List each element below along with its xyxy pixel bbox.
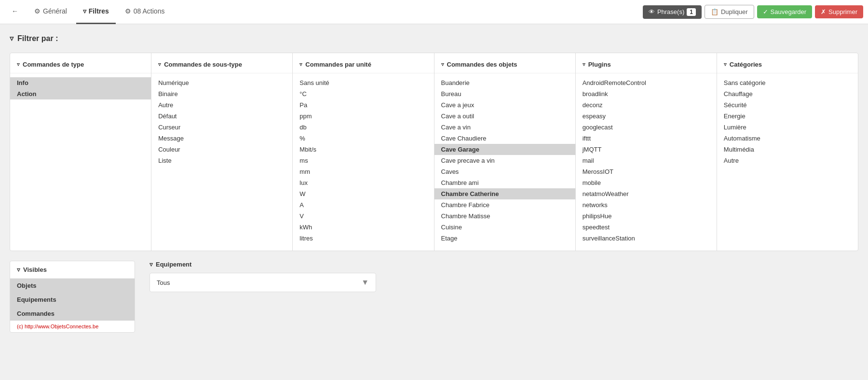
list-item[interactable]: db xyxy=(293,122,434,133)
list-item[interactable]: ppm xyxy=(293,111,434,122)
list-item[interactable]: Binaire xyxy=(151,88,292,99)
list-item[interactable]: MerossIOT xyxy=(576,166,717,177)
list-item[interactable]: Cuisine xyxy=(434,222,575,233)
general-tab[interactable]: ⚙ Général xyxy=(27,0,74,24)
equipement-section: ▿ Equipement Tous ▼ xyxy=(149,261,858,292)
list-item[interactable]: Info xyxy=(10,77,151,88)
filter-list-unite: Sans unité°CPappmdb%Mbit/smsmmluxWAVkWhl… xyxy=(293,75,434,246)
list-item[interactable]: Automatisme xyxy=(717,133,858,144)
list-item[interactable]: Cave a outil xyxy=(434,111,575,122)
dupliquer-button[interactable]: 📋 Dupliquer xyxy=(705,5,754,19)
filter-col-header-categories: ▿Catégories xyxy=(717,58,858,73)
list-item[interactable]: Objets xyxy=(10,279,135,293)
list-item[interactable]: Buanderie xyxy=(434,77,575,88)
list-item[interactable]: Equipements xyxy=(10,293,135,307)
list-item[interactable]: Cave a jeux xyxy=(434,99,575,111)
list-item[interactable]: Chambre ami xyxy=(434,177,575,188)
list-item[interactable]: Commandes xyxy=(10,307,135,321)
list-item[interactable]: W xyxy=(293,188,434,199)
list-item[interactable]: Chambre Matisse xyxy=(434,211,575,222)
list-item[interactable]: Lumière xyxy=(717,122,858,133)
back-button[interactable]: ← xyxy=(5,0,25,24)
list-item[interactable]: Etage xyxy=(434,233,575,244)
eye-icon: 👁 xyxy=(649,8,655,15)
supprimer-button[interactable]: ✗ Supprimer xyxy=(815,5,863,18)
list-item[interactable]: Chambre Fabrice xyxy=(434,199,575,211)
list-item[interactable]: Action xyxy=(10,88,151,99)
filter-col-header-unite: ▿Commandes par unité xyxy=(293,58,434,73)
filter-col-title-plugins: Plugins xyxy=(588,61,611,68)
list-item[interactable]: mail xyxy=(576,155,717,166)
phrases-button[interactable]: 👁 Phrase(s) 1 xyxy=(643,5,702,19)
list-item[interactable]: Numérique xyxy=(151,77,292,88)
filter-icon-unite: ▿ xyxy=(299,61,302,68)
list-item[interactable]: Multimédia xyxy=(717,144,858,155)
filtres-tab[interactable]: ▿ Filtres xyxy=(76,0,116,24)
list-item[interactable]: mobile xyxy=(576,177,717,188)
list-item[interactable]: A xyxy=(293,199,434,211)
filter-col-type: ▿Commandes de typeInfoAction xyxy=(10,53,151,251)
list-item[interactable]: kWh xyxy=(293,222,434,233)
list-item[interactable]: AndroidRemoteControl xyxy=(576,77,717,88)
filter-icon-categories: ▿ xyxy=(724,61,727,68)
list-item[interactable]: ms xyxy=(293,155,434,166)
phrases-label: Phrase(s) xyxy=(657,8,684,15)
list-item[interactable]: Chauffage xyxy=(717,88,858,99)
list-item[interactable]: % xyxy=(293,133,434,144)
list-item[interactable]: Autre xyxy=(151,99,292,111)
list-item[interactable]: speedtest xyxy=(576,222,717,233)
visibles-label: Visibles xyxy=(23,266,47,273)
list-item[interactable]: philipsHue xyxy=(576,211,717,222)
list-item[interactable]: litres xyxy=(293,233,434,244)
list-item[interactable]: lux xyxy=(293,177,434,188)
sauvegarder-button[interactable]: ✓ Sauvegarder xyxy=(757,5,812,18)
list-item[interactable]: Sécurité xyxy=(717,99,858,111)
list-item[interactable]: Pa xyxy=(293,99,434,111)
filter-col-header-sous_type: ▿Commandes de sous-type xyxy=(151,58,292,73)
list-item[interactable]: surveillanceStation xyxy=(576,233,717,244)
list-item[interactable]: Cave Garage xyxy=(434,144,575,155)
actions-tab[interactable]: ⚙ 08 Actions xyxy=(118,0,172,24)
filters-grid: ▿Commandes de typeInfoAction▿Commandes d… xyxy=(10,53,858,251)
list-item[interactable]: jMQTT xyxy=(576,144,717,155)
list-item[interactable]: Caves xyxy=(434,166,575,177)
list-item[interactable]: Energie xyxy=(717,111,858,122)
list-item[interactable]: deconz xyxy=(576,99,717,111)
sauvegarder-icon: ✓ xyxy=(763,8,768,15)
filter-col-title-objets: Commandes des objets xyxy=(447,61,517,68)
list-item[interactable]: Mbit/s xyxy=(293,144,434,155)
visibles-header: ▿ Visibles xyxy=(10,261,135,279)
list-item[interactable]: netatmoWeather xyxy=(576,188,717,199)
list-item[interactable]: Liste xyxy=(151,155,292,166)
general-icon: ⚙ xyxy=(34,7,41,15)
list-item[interactable]: networks xyxy=(576,199,717,211)
actions-label: 08 Actions xyxy=(134,7,165,15)
list-item[interactable]: mm xyxy=(293,166,434,177)
list-item[interactable]: °C xyxy=(293,88,434,99)
list-item[interactable]: Chambre Catherine xyxy=(434,188,575,199)
list-item[interactable]: Sans unité xyxy=(293,77,434,88)
filter-col-title-sous_type: Commandes de sous-type xyxy=(164,61,242,68)
filter-icon-type: ▿ xyxy=(17,61,20,68)
list-item[interactable]: Cave precave a vin xyxy=(434,155,575,166)
list-item[interactable]: Couleur xyxy=(151,144,292,155)
equipement-select[interactable]: Tous ▼ xyxy=(149,273,376,292)
list-item[interactable]: googlecast xyxy=(576,122,717,133)
list-item[interactable]: ifttt xyxy=(576,133,717,144)
filter-col-categories: ▿CatégoriesSans catégorieChauffageSécuri… xyxy=(717,53,858,251)
list-item[interactable]: Sans catégorie xyxy=(717,77,858,88)
list-item[interactable]: Curseur xyxy=(151,122,292,133)
filtres-icon: ▿ xyxy=(83,7,86,15)
list-item[interactable]: Message xyxy=(151,133,292,144)
visibles-icon: ▿ xyxy=(17,266,20,273)
dupliquer-icon: 📋 xyxy=(711,8,719,15)
list-item[interactable]: Bureau xyxy=(434,88,575,99)
list-item[interactable]: broadlink xyxy=(576,88,717,99)
list-item[interactable]: espeasy xyxy=(576,111,717,122)
sauvegarder-label: Sauvegarder xyxy=(771,8,806,15)
list-item[interactable]: V xyxy=(293,211,434,222)
list-item[interactable]: Autre xyxy=(717,155,858,166)
list-item[interactable]: Cave a vin xyxy=(434,122,575,133)
list-item[interactable]: Cave Chaudiere xyxy=(434,133,575,144)
list-item[interactable]: Défaut xyxy=(151,111,292,122)
